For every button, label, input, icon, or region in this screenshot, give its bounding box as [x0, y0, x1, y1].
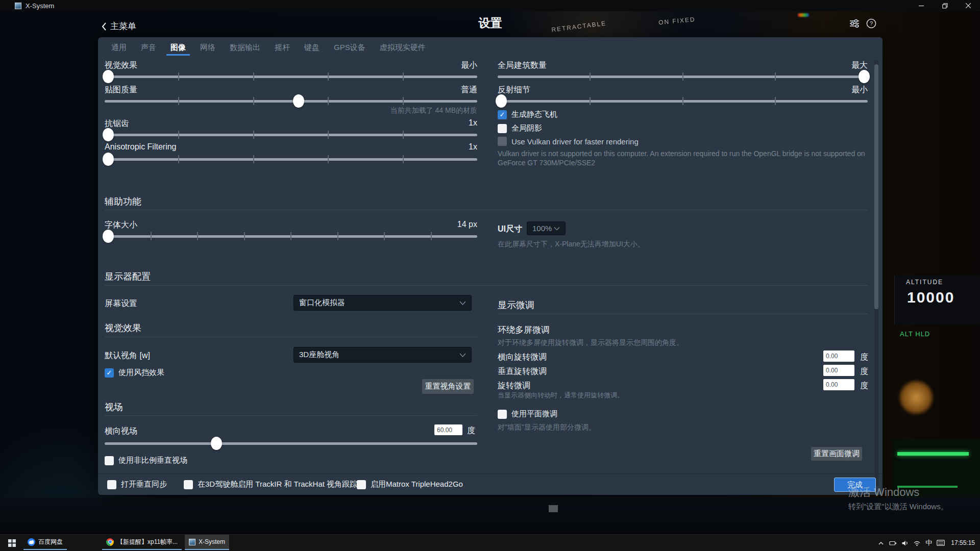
tab-graphics[interactable]: 图像 [163, 37, 193, 57]
slider-handle[interactable] [103, 128, 114, 141]
checkbox-box [184, 480, 193, 489]
screen-setting-label: 屏幕设置 [105, 298, 137, 309]
windshield-effects-checkbox[interactable]: 使用风挡效果 [105, 368, 164, 378]
screen: RETRACTABLE ON FIXED ALTITUDE 10000 ALT … [0, 0, 980, 551]
checkbox-box [105, 368, 114, 378]
rotation-tuning-note: 当显示器侧向转动时，通常使用旋转微调。 [498, 391, 624, 400]
reset-screen-tuning-button[interactable]: 重置画面微调 [811, 447, 862, 461]
tab-gps[interactable]: GPS设备 [327, 37, 373, 57]
taskbar-app-chrome[interactable]: 【新提醒】xp11帧率... [102, 535, 182, 550]
checkbox-box [498, 410, 507, 419]
section-divider [105, 415, 477, 416]
world-objects-slider[interactable] [498, 69, 868, 84]
tab-network[interactable]: 网络 [193, 37, 223, 57]
degrees-unit: 度 [860, 366, 868, 377]
vsync-checkbox[interactable]: 打开垂直同步 [107, 480, 167, 489]
checkbox-label: 生成静态飞机 [511, 110, 557, 119]
antialiasing-slider[interactable] [105, 127, 477, 142]
chrome-icon [106, 538, 114, 546]
flat-tuning-desc: 对"墙面"显示器使用部分微调。 [498, 423, 596, 432]
battery-icon[interactable] [889, 540, 897, 546]
slider-handle[interactable] [211, 437, 222, 450]
taskbar-app-x-system[interactable]: X-System [185, 535, 229, 550]
scrollbar-thumb[interactable] [874, 64, 878, 309]
slider-handle[interactable] [496, 94, 507, 108]
rotation-tuning-input[interactable] [823, 379, 854, 390]
volume-icon[interactable] [901, 540, 909, 546]
global-shadows-checkbox[interactable]: 全局阴影 [498, 123, 542, 133]
slider-handle[interactable] [103, 70, 114, 83]
anisotropic-filtering-slider[interactable] [105, 152, 477, 167]
matrox-checkbox[interactable]: 启用Matrox TripleHead2Go [357, 480, 463, 489]
checkbox-box [498, 137, 507, 146]
start-button[interactable] [0, 535, 23, 551]
checkbox-box [498, 124, 507, 133]
checkbox-box [357, 480, 366, 489]
vulkan-unsupported-note: Vulkan driver is not supported on this c… [498, 149, 873, 167]
reflection-detail-slider[interactable] [498, 93, 868, 109]
lateral-fov-input[interactable] [434, 424, 462, 435]
slider-handle[interactable] [103, 230, 114, 243]
scrollbar[interactable] [874, 60, 878, 486]
touch-keyboard-icon[interactable] [937, 540, 945, 546]
altitude-value: 10000 [907, 289, 954, 306]
lateral-fov-slider[interactable] [105, 436, 477, 451]
section-divider [105, 337, 477, 337]
vertical-rotation-input[interactable] [823, 365, 854, 376]
checkbox-label: 全局阴影 [511, 123, 542, 133]
maximize-button[interactable] [933, 0, 957, 11]
tab-joystick[interactable]: 摇杆 [267, 37, 297, 57]
tab-general[interactable]: 通用 [104, 37, 134, 57]
lateral-fov-label: 横向视场 [105, 426, 137, 437]
reset-view-button[interactable]: 重置视角设置 [422, 379, 474, 394]
screen-setting-dropdown[interactable]: 窗口化模拟器 [293, 295, 472, 311]
trackir-checkbox[interactable]: 在3D驾驶舱启用 TrackIR 和 TrackHat 视角跟踪 [184, 480, 357, 489]
section-monitor-config: 显示器配置 [105, 270, 151, 283]
ui-size-note: 在此屏幕尺寸下，X-Plane无法再增加UI大小。 [498, 240, 645, 249]
slider-handle[interactable] [103, 153, 114, 166]
lateral-rotation-input[interactable] [823, 350, 854, 362]
static-aircraft-checkbox[interactable]: 生成静态飞机 [498, 110, 557, 119]
tab-keyboard[interactable]: 键盘 [297, 37, 327, 57]
slider-track [105, 442, 477, 445]
chevron-down-icon [459, 301, 466, 305]
tab-data-output[interactable]: 数据输出 [223, 37, 267, 57]
section-divider [105, 210, 868, 210]
surround-tuning-desc: 对于环绕多屏使用旋转微调，显示器将显示您周围的角度。 [498, 338, 683, 347]
dropdown-value: 3D座舱视角 [299, 350, 339, 360]
non-proportional-fov-checkbox[interactable]: 使用非比例垂直视场 [105, 456, 187, 465]
display-tuning-icon[interactable] [849, 19, 860, 28]
slider-value: 14 px [105, 220, 477, 229]
cockpit-knob-glow [898, 380, 934, 415]
default-view-label: 默认视角 [w] [105, 350, 150, 361]
flat-tuning-checkbox[interactable]: 使用平面微调 [498, 409, 557, 419]
minimize-button[interactable] [910, 0, 933, 11]
ime-indicator[interactable]: 中 [925, 538, 932, 547]
tray-expand-icon[interactable] [877, 540, 885, 546]
degrees-unit: 度 [860, 381, 868, 391]
default-view-dropdown[interactable]: 3D座舱视角 [293, 347, 472, 363]
ui-size-dropdown[interactable]: 100% [527, 221, 566, 235]
taskbar-clock[interactable]: 17:55:15 [951, 539, 975, 546]
help-icon[interactable]: ? [866, 18, 876, 29]
slider-handle[interactable] [859, 70, 870, 83]
checkbox-label: Use Vulkan driver for faster rendering [511, 137, 639, 146]
cockpit-bottom-panel [0, 497, 980, 535]
taskbar-app-baidu-netdisk[interactable]: 百度网盘 [23, 535, 67, 550]
svg-text:?: ? [870, 20, 873, 27]
font-size-slider[interactable] [105, 229, 477, 244]
tab-sound[interactable]: 声音 [134, 37, 163, 57]
section-fov: 视场 [105, 401, 123, 413]
panel-detail [549, 505, 558, 512]
activate-windows-watermark: 激活 Windows 转到"设置"以激活 Windows。 [848, 485, 948, 512]
tab-vr[interactable]: 虚拟现实硬件 [373, 37, 433, 57]
checkbox-box [498, 110, 507, 119]
close-button[interactable] [957, 0, 980, 11]
network-icon[interactable] [913, 540, 921, 546]
window-titlebar: X-System [0, 0, 980, 11]
visual-effects-slider[interactable] [105, 69, 477, 84]
chevron-down-icon [554, 227, 560, 231]
section-divider [498, 314, 868, 314]
x-system-icon [189, 539, 195, 545]
lateral-rotation-label: 横向旋转微调 [498, 352, 547, 363]
